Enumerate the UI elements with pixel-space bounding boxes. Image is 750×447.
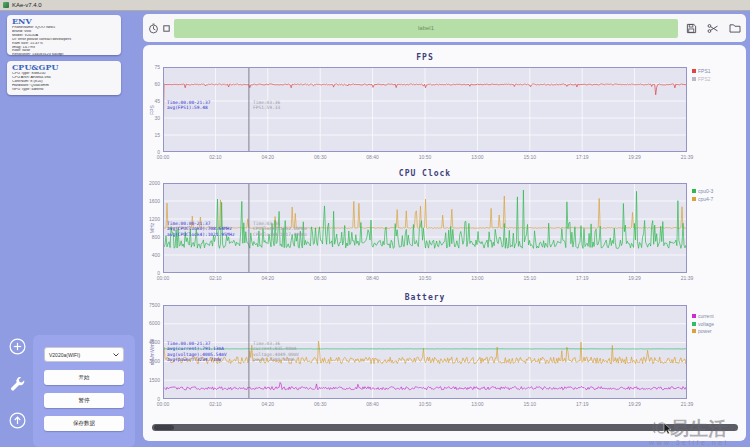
cursor-annotation: Time:03:36current:835.00mAvoltage:4049.0…	[253, 341, 299, 363]
x-tick-label: 02:10	[209, 401, 222, 407]
x-tick-label: 04:20	[262, 154, 275, 160]
y-tick-label: 2000	[143, 181, 160, 186]
upload-icon[interactable]	[9, 412, 26, 429]
add-button[interactable]	[9, 338, 26, 355]
legend-swatch	[692, 329, 696, 333]
device-select[interactable]: V2020a(WIFI)	[44, 347, 124, 362]
cpu-gpu-panel: CPU&GPU CPU Type: SM8250 CPU Arch: ARM64…	[7, 61, 121, 95]
app-window: KAe-v7.4.0 ENV PhoneName: iQOO Neo5 Bran…	[0, 0, 750, 447]
x-tick-label: 13:00	[471, 401, 484, 407]
legend-item[interactable]: FPS1	[692, 68, 711, 74]
chart-legend: cpu0-3cpu4-7	[692, 188, 713, 202]
x-tick-label: 10:50	[419, 275, 432, 281]
y-tick-label: 1500	[143, 378, 160, 383]
y-tick-label: 400	[143, 253, 160, 258]
folder-icon[interactable]	[729, 23, 741, 33]
summary-annotation: Time:00:00-21:37avg(CPUClock0):708.64MHz…	[167, 221, 235, 237]
cpu-clock-chart-section: CPU ClockMHz0400800120016002000Time:00:0…	[143, 169, 746, 289]
plot-area: Time:00:00-21:37avg(FPS1):59.48Time:03:3…	[163, 67, 687, 152]
timer-icon[interactable]	[148, 23, 159, 34]
x-tick-label: 08:40	[366, 401, 379, 407]
x-tick-label: 08:40	[366, 154, 379, 160]
y-tick-label: 45	[143, 99, 160, 104]
charts-panel: FPSFPS01530456075Time:00:00-21:37avg(FPS…	[143, 45, 746, 441]
x-tick-label: 10:50	[419, 401, 432, 407]
x-tick-label: 21:39	[681, 401, 694, 407]
legend-swatch	[692, 314, 696, 318]
save-data-button[interactable]: 保存数据	[44, 416, 124, 431]
chart-title: Battery	[163, 293, 687, 302]
top-toolbar: label1	[143, 14, 746, 42]
start-button-label: 开始	[79, 374, 90, 381]
start-button[interactable]: 开始	[44, 370, 124, 385]
legend-label: FPS1	[698, 68, 711, 74]
y-axis-label: MHz	[149, 223, 155, 233]
legend-label: FPS2	[698, 76, 711, 82]
legend-swatch	[692, 77, 696, 81]
cpu-clock-plot[interactable]	[163, 183, 687, 273]
window-titlebar: KAe-v7.4.0	[0, 0, 750, 11]
label-marker-bar[interactable]: label1	[174, 19, 678, 38]
control-panel: V2020a(WIFI) 开始 暂停 保存数据	[33, 335, 135, 447]
cpu-gpu-panel-title: CPU&GPU	[12, 63, 116, 72]
y-tick-label: 6000	[143, 321, 160, 326]
x-tick-label: 17:19	[576, 275, 589, 281]
horizontal-scrollbar[interactable]	[152, 424, 738, 431]
x-tick-label: 02:10	[209, 154, 222, 160]
battery-chart-section: BatterymA/mV/mW015003000450060007500Time…	[143, 293, 746, 415]
x-tick-label: 15:10	[524, 154, 537, 160]
x-tick-label: 00:00	[157, 154, 170, 160]
cpu-line: GPU Type: adreno	[12, 88, 116, 92]
y-tick-label: 60	[143, 82, 160, 87]
chart-title: FPS	[163, 53, 687, 62]
x-tick-label: 19:29	[628, 275, 641, 281]
x-tick-label: 06:30	[314, 401, 327, 407]
window-title: KAe-v7.4.0	[12, 2, 42, 8]
checkbox-icon[interactable]	[163, 25, 170, 32]
pause-button[interactable]: 暂停	[44, 393, 124, 408]
wrench-icon[interactable]	[9, 376, 26, 393]
y-tick-label: 1600	[143, 199, 160, 204]
legend-item[interactable]: current	[692, 313, 714, 319]
legend-swatch	[692, 69, 696, 73]
legend-label: cpu4-7	[698, 196, 713, 202]
legend-item[interactable]: cpu0-3	[692, 188, 713, 194]
cursor-annotation: Time:03:36CPUClock0:1152.00MHzCPUClock4:…	[253, 221, 307, 237]
env-line: Resolution: 1440x3120 640dpi	[12, 53, 116, 57]
pause-button-label: 暂停	[79, 397, 90, 404]
y-tick-label: 800	[143, 235, 160, 240]
scissors-icon[interactable]	[707, 23, 719, 34]
summary-annotation: Time:00:00-21:37avg(current):791.13mAavg…	[167, 341, 227, 363]
legend-item[interactable]: voltage	[692, 321, 714, 327]
x-tick-label: 17:19	[576, 401, 589, 407]
x-tick-label: 19:29	[628, 154, 641, 160]
chart-title: CPU Clock	[163, 169, 687, 178]
plot-area: Time:00:00-21:37avg(CPUClock0):708.64MHz…	[163, 183, 687, 273]
x-tick-label: 06:30	[314, 154, 327, 160]
legend-swatch	[692, 189, 696, 193]
x-tick-label: 04:20	[262, 275, 275, 281]
label-marker-text: label1	[418, 25, 434, 31]
x-tick-label: 15:10	[524, 401, 537, 407]
y-tick-label: 4500	[143, 340, 160, 345]
save-icon[interactable]	[686, 23, 697, 34]
env-panel: ENV PhoneName: iQOO Neo5 Brand: vivo Mod…	[7, 15, 121, 55]
y-tick-label: 30	[143, 116, 160, 121]
env-panel-title: ENV	[12, 17, 116, 26]
y-tick-label: 1200	[143, 217, 160, 222]
y-axis-label: FPS	[149, 105, 155, 115]
y-tick-label: 7500	[143, 303, 160, 308]
legend-item[interactable]: power	[692, 328, 714, 334]
main-area: ENV PhoneName: iQOO Neo5 Brand: vivo Mod…	[0, 11, 750, 447]
legend-item[interactable]: cpu4-7	[692, 196, 713, 202]
legend-item[interactable]: FPS2	[692, 76, 711, 82]
x-tick-label: 17:19	[576, 154, 589, 160]
scrollbar-thumb[interactable]	[154, 425, 174, 430]
fps-plot[interactable]	[163, 67, 687, 152]
x-tick-label: 06:30	[314, 275, 327, 281]
cursor-annotation: Time:03:36FPS1:59.33	[253, 100, 280, 111]
x-tick-label: 04:20	[262, 401, 275, 407]
app-icon	[3, 2, 9, 8]
x-tick-label: 10:50	[419, 154, 432, 160]
battery-plot[interactable]	[163, 305, 687, 399]
